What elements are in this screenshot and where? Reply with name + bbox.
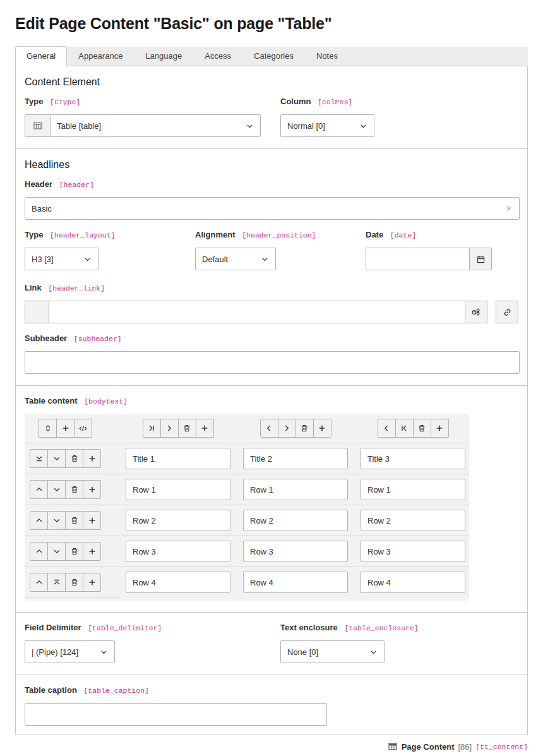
table-cell-input[interactable]	[361, 448, 465, 469]
colpos-code: [colPos]	[318, 98, 352, 106]
move-column-left-icon[interactable]	[378, 419, 396, 438]
move-row-down-icon[interactable]	[47, 449, 66, 468]
subheader-label: Subheader	[25, 333, 67, 343]
subheader-code: [subheader]	[74, 335, 122, 343]
delimiter-code: [table_delimiter]	[88, 624, 162, 632]
move-row-up-icon[interactable]	[30, 542, 48, 561]
header-position-code: [header_position]	[242, 231, 316, 239]
add-row-icon[interactable]	[83, 542, 101, 561]
delete-row-icon[interactable]	[65, 511, 83, 530]
table-row	[25, 474, 469, 505]
section-table-content: Table content [bodytext]	[16, 386, 527, 613]
move-row-down-icon[interactable]	[47, 480, 66, 499]
chevron-down-icon	[261, 255, 269, 263]
table-cell-input[interactable]	[361, 541, 465, 562]
header-position-select[interactable]: Default	[195, 248, 276, 270]
add-column-icon[interactable]	[196, 419, 214, 438]
tab-notes[interactable]: Notes	[305, 46, 349, 66]
table-cell-input[interactable]	[126, 541, 230, 562]
tab-language[interactable]: Language	[134, 46, 193, 66]
record-table-icon	[388, 741, 398, 752]
header-input[interactable]	[25, 197, 520, 220]
colpos-select[interactable]: Normal [0]	[280, 114, 374, 137]
add-row-icon[interactable]	[83, 573, 101, 592]
bodytext-code: [bodytext]	[84, 397, 128, 405]
table-icon	[25, 114, 50, 137]
tab-access[interactable]: Access	[193, 46, 242, 66]
move-column-right-icon[interactable]	[160, 419, 179, 438]
add-icon[interactable]	[56, 419, 75, 438]
move-row-down-icon[interactable]	[47, 542, 66, 561]
move-row-to-bottom-icon[interactable]	[30, 449, 48, 468]
toggle-field-size-icon[interactable]	[39, 419, 57, 438]
header-link-code: [header_link]	[48, 284, 105, 292]
header-link-label: Link	[25, 283, 42, 292]
tab-categories[interactable]: Categories	[242, 46, 305, 66]
link-browser-icon[interactable]	[496, 301, 518, 323]
table-cell-input[interactable]	[126, 572, 230, 593]
add-row-icon[interactable]	[83, 511, 101, 530]
chevron-down-icon	[246, 122, 254, 130]
delete-column-icon[interactable]	[295, 419, 314, 438]
bodytext-label: Table content	[25, 396, 78, 405]
date-input[interactable]	[366, 248, 470, 270]
delete-column-icon[interactable]	[413, 419, 431, 438]
section-heading: Content Element	[25, 76, 518, 88]
move-row-up-icon[interactable]	[30, 480, 48, 499]
ctype-select-value: Table [table]	[57, 121, 101, 131]
move-column-to-start-icon[interactable]	[395, 419, 414, 438]
record-uid: [86]	[458, 742, 472, 752]
chevron-down-icon	[359, 122, 367, 130]
table-row	[25, 443, 469, 474]
table-cell-input[interactable]	[243, 572, 348, 593]
link-details-icon[interactable]	[465, 301, 487, 323]
delete-column-icon[interactable]	[178, 419, 196, 438]
table-cell-input[interactable]	[361, 479, 465, 500]
ctype-select[interactable]: Table [table]	[50, 114, 261, 137]
delimiter-select[interactable]: | (Pipe) [124]	[25, 640, 115, 663]
delimiter-label: Field Delimiter	[25, 623, 81, 632]
clear-icon[interactable]	[504, 203, 514, 213]
section-table-options: Field Delimiter [table_delimiter] | (Pip…	[16, 613, 527, 675]
table-cell-input[interactable]	[361, 572, 465, 593]
delete-row-icon[interactable]	[65, 449, 83, 468]
calendar-icon[interactable]	[469, 248, 492, 270]
colpos-select-value: Normal [0]	[287, 121, 325, 131]
caption-input[interactable]	[25, 703, 327, 726]
move-column-to-end-icon[interactable]	[143, 419, 161, 438]
table-cell-input[interactable]	[243, 510, 348, 531]
delete-row-icon[interactable]	[65, 542, 83, 561]
header-layout-select[interactable]: H3 [3]	[25, 248, 98, 270]
move-row-to-top-icon[interactable]	[47, 573, 66, 592]
move-row-down-icon[interactable]	[47, 511, 66, 530]
delete-row-icon[interactable]	[65, 480, 83, 499]
table-cell-input[interactable]	[126, 479, 230, 500]
tab-appearance[interactable]: Appearance	[67, 46, 134, 66]
table-cell-input[interactable]	[126, 448, 230, 469]
section-table-caption: Table caption [table_caption]	[16, 675, 527, 735]
tab-general[interactable]: General	[15, 46, 67, 66]
table-cell-input[interactable]	[243, 448, 348, 469]
subheader-input[interactable]	[25, 351, 520, 374]
header-link-input[interactable]	[49, 301, 465, 323]
move-row-up-icon[interactable]	[30, 573, 48, 592]
link-value-icon-slot	[25, 301, 49, 323]
delete-row-icon[interactable]	[65, 573, 83, 592]
header-layout-label: Type	[25, 230, 43, 239]
header-layout-value: H3 [3]	[32, 255, 54, 264]
form-panel: Content Element Type [CType] Table [tabl…	[15, 66, 528, 735]
move-column-right-icon[interactable]	[278, 419, 296, 438]
add-column-icon[interactable]	[313, 419, 331, 438]
add-column-icon[interactable]	[431, 419, 449, 438]
add-row-icon[interactable]	[83, 449, 101, 468]
table-cell-input[interactable]	[243, 479, 348, 500]
enclosure-select[interactable]: None [0]	[280, 640, 385, 663]
code-view-icon[interactable]	[74, 419, 92, 438]
move-row-up-icon[interactable]	[30, 511, 48, 530]
table-cell-input[interactable]	[126, 510, 230, 531]
header-position-label: Alignment	[195, 230, 236, 239]
add-row-icon[interactable]	[83, 480, 101, 499]
move-column-left-icon[interactable]	[260, 419, 278, 438]
table-cell-input[interactable]	[361, 510, 465, 531]
table-cell-input[interactable]	[243, 541, 348, 562]
